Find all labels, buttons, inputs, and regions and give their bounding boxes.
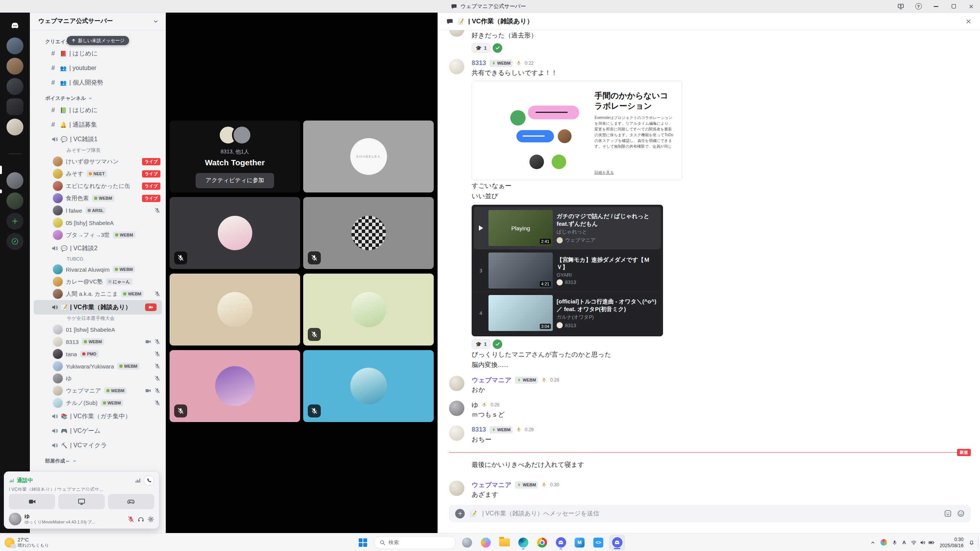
video-tile-tan[interactable] — [170, 274, 300, 346]
tray-network-volume-battery[interactable] — [911, 540, 934, 546]
voice-member[interactable]: ゆ ライブ — [30, 372, 166, 385]
server-icon-3[interactable] — [7, 78, 23, 95]
voice-member[interactable]: 人間 a.k.a. カニこま WEBM ライブ — [30, 288, 166, 300]
voice-member[interactable]: エビになれなかったに缶 ライブ — [30, 180, 166, 192]
message-input[interactable] — [482, 510, 939, 517]
avatar[interactable] — [449, 59, 464, 74]
start-button[interactable] — [355, 535, 371, 550]
avatar[interactable] — [449, 425, 464, 441]
message-author[interactable]: 8313 — [472, 426, 486, 434]
message-author[interactable]: ゆ — [472, 401, 478, 409]
video-thumbnail[interactable]: Playing 2:41 — [488, 210, 553, 246]
server-icon-1[interactable] — [7, 37, 23, 54]
join-activity-button[interactable]: アクティビティに参加 — [196, 173, 274, 188]
taskbar-app-edge[interactable] — [516, 535, 531, 550]
server-icon-4[interactable] — [7, 119, 23, 135]
mic-muted-button[interactable] — [127, 516, 134, 523]
avatar[interactable] — [449, 401, 464, 416]
voice-member[interactable]: Yukiwara/Yukiwara WEBM ライブ — [30, 360, 166, 372]
text-channel[interactable]: # 📗 | はじめに — [30, 103, 166, 117]
voice-member[interactable]: 食用色素 WEBM ライブ — [30, 192, 166, 204]
ime-indicator[interactable]: A — [902, 540, 906, 545]
weather-widget[interactable]: 27°C 晴れのちくもり — [5, 533, 49, 551]
taskbar-app-discord[interactable] — [553, 535, 568, 550]
reaction-check[interactable] — [493, 339, 502, 349]
voice-member[interactable]: tana PMD ライブ — [30, 348, 166, 360]
taskbar-search[interactable] — [374, 536, 456, 549]
new-unread-messages-pill[interactable]: 新しい未読メッセージ — [67, 36, 129, 45]
user-settings-button[interactable] — [147, 516, 154, 523]
emoji-picker-icon[interactable] — [957, 510, 965, 517]
text-channel[interactable]: # 🔔 | 通話募集 — [30, 117, 166, 132]
close-chat-button[interactable] — [965, 18, 972, 24]
search-input[interactable] — [389, 540, 442, 545]
voice-member[interactable]: l falwe ARSL ライブ — [30, 204, 166, 217]
voice-channel[interactable]: 📚 | VC作業（ガチ集中） — [30, 409, 166, 424]
taskbar-app-discord-active[interactable] — [609, 535, 625, 550]
add-attachment-button[interactable] — [455, 509, 465, 518]
avatar[interactable] — [449, 376, 464, 391]
avatar[interactable] — [449, 481, 464, 496]
video-tile-green[interactable] — [303, 274, 434, 346]
link-embed-card[interactable]: 手間のかからないコラボレーション Evernoteはプロジェクトのコラボレーショ… — [472, 81, 682, 180]
video-thumbnail[interactable]: 3:04 — [488, 295, 553, 331]
voice-channel-vc-zatsudan2[interactable]: 💬 | VC雑談2 — [30, 241, 166, 256]
video-thumbnail[interactable]: 4:21 — [488, 253, 553, 289]
voice-member[interactable]: けいず@サツマハン ライブ — [30, 155, 166, 168]
voice-channel[interactable]: ⛏️ | VCマイクラ — [30, 438, 166, 453]
show-desktop-strip[interactable] — [978, 536, 980, 548]
reaction[interactable]: 🎓1 — [472, 339, 490, 349]
server-icon-webmania-selected[interactable] — [7, 98, 23, 115]
text-channel[interactable]: # 👥 | 個人開発勢 — [30, 75, 166, 90]
notification-bell-icon[interactable] — [969, 540, 975, 546]
voice-stats-icon[interactable] — [135, 478, 141, 484]
voice-member[interactable]: カレー@VC塾 にゃ～ん ライブ — [30, 276, 166, 288]
playlist-row[interactable]: 3 4:21 【宮舞モカ】進捗ダメダメです【ＭＶ】 GYARI — [474, 249, 661, 292]
video-tile-blue[interactable] — [303, 350, 434, 422]
share-screen-button[interactable] — [58, 494, 105, 509]
category-room-create[interactable]: 部屋作成～ — [30, 453, 166, 466]
taskbar-app-store[interactable]: M — [572, 535, 587, 550]
voice-channel-vc-zatsudan1[interactable]: 💬 | VC雑談1 — [30, 132, 166, 147]
window-minimize-button[interactable] — [927, 0, 945, 13]
add-server-button[interactable] — [7, 213, 23, 230]
screenshare-titlebar-icon[interactable] — [892, 0, 910, 13]
message-author[interactable]: ウェブマニア — [472, 481, 511, 489]
taskbar-app-vscode[interactable]: <> — [591, 535, 606, 550]
voice-channel-vc-work-selected[interactable]: 📝 | VC作業（雑談あり） — [34, 300, 162, 315]
tray-expand-chevron[interactable] — [870, 540, 875, 545]
message-author[interactable]: ウェブマニア — [472, 376, 511, 385]
voice-channel-path[interactable]: | VC作業（雑談あり）/ ウェブマニア公式サ... — [9, 486, 154, 491]
server-header[interactable]: ウェブマニア公式サーバー — [30, 13, 166, 30]
text-channel[interactable]: # 📕 | はじめに — [30, 46, 166, 61]
category-voice[interactable]: ボイスチャンネル — [30, 90, 166, 103]
voice-member[interactable]: みそす NEET ライブ — [30, 168, 166, 180]
voice-member[interactable]: 8313 WEBM ライブ — [30, 336, 166, 348]
window-close-button[interactable] — [962, 0, 980, 13]
user-avatar[interactable] — [9, 513, 21, 525]
video-tile-checker[interactable] — [303, 197, 434, 269]
tray-color-app-icon[interactable] — [880, 539, 887, 546]
voice-member[interactable]: 05 [lshy] ShabeleA ライブ — [30, 217, 166, 229]
server-icon-2[interactable] — [7, 58, 23, 75]
discord-home-button[interactable] — [7, 17, 23, 34]
reaction-check[interactable] — [493, 43, 502, 53]
text-channel[interactable]: # 👥 | youtuber — [30, 61, 166, 75]
message-author[interactable]: 8313 — [472, 59, 486, 67]
disconnect-call-button[interactable] — [144, 475, 154, 486]
voice-member[interactable]: 01 [lshw] ShabeleA ライブ — [30, 323, 166, 336]
server-icon-5[interactable] — [7, 172, 23, 189]
taskbar-app-person[interactable] — [459, 535, 475, 550]
taskbar-app-explorer[interactable] — [497, 535, 512, 550]
explore-servers-button[interactable] — [7, 233, 23, 250]
playlist-row[interactable]: 4 3:04 [official]トルコ行進曲 - オワタ＼(^o^)／ fea… — [474, 292, 661, 334]
user-name[interactable]: ゆ — [24, 514, 124, 519]
video-tile-catgirl[interactable] — [170, 197, 300, 269]
deafen-button[interactable] — [137, 516, 144, 523]
help-icon[interactable]: ? — [910, 0, 927, 13]
taskbar-app-copilot[interactable] — [478, 535, 493, 550]
avatar[interactable] — [449, 30, 464, 37]
video-tile-shabelea[interactable]: SHABELEA — [303, 121, 434, 192]
taskbar-clock[interactable]: 0:30 2025/08/16 — [939, 536, 964, 549]
voice-member[interactable]: Rivarzal Aluwqim WEBM ライブ — [30, 263, 166, 276]
